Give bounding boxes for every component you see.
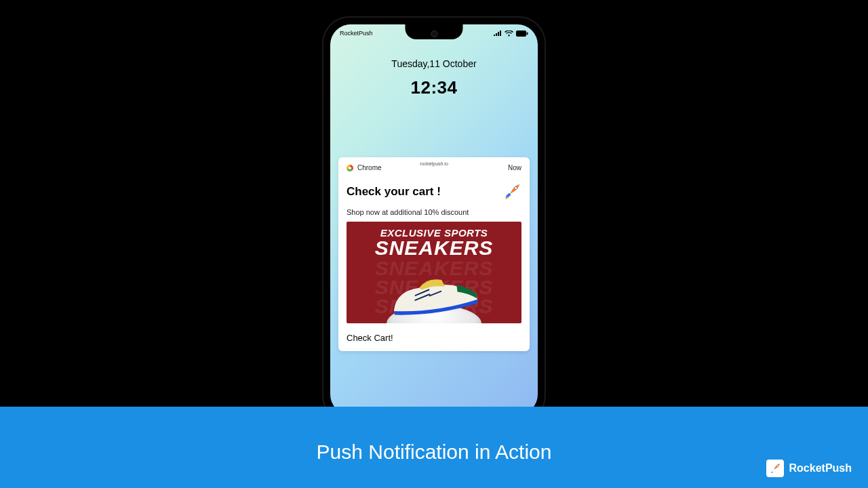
brand-block: RocketPush bbox=[766, 460, 852, 477]
chrome-icon bbox=[347, 165, 353, 171]
notification-cta[interactable]: Check Cart! bbox=[347, 333, 521, 343]
phone-screen: RocketPush Tuesday,11 October 12:34 Chro… bbox=[330, 24, 538, 415]
brand-name: RocketPush bbox=[789, 462, 852, 474]
svg-point-3 bbox=[776, 465, 778, 467]
signal-icon bbox=[494, 30, 502, 37]
phone-mockup: RocketPush Tuesday,11 October 12:34 Chro… bbox=[322, 16, 546, 423]
notification-time: Now bbox=[508, 164, 521, 171]
wifi-icon bbox=[505, 30, 513, 37]
phone-side-button bbox=[546, 172, 549, 213]
svg-rect-0 bbox=[516, 30, 526, 37]
notification-title: Check your cart ! bbox=[347, 185, 441, 199]
footer-title: Push Notification in Action bbox=[317, 441, 552, 464]
phone-notch bbox=[406, 24, 463, 39]
lockscreen-time: 12:34 bbox=[330, 77, 538, 98]
notification-banner: EXCLUSIVE SPORTS SNEAKERS SNEAKERS SNEAK… bbox=[347, 222, 521, 323]
svg-point-2 bbox=[515, 186, 517, 189]
footer-bar: Push Notification in Action RocketPush bbox=[0, 407, 868, 488]
phone-frame: RocketPush Tuesday,11 October 12:34 Chro… bbox=[322, 16, 546, 423]
battery-icon bbox=[516, 30, 528, 37]
banner-headline-2: SNEAKERS bbox=[375, 239, 494, 257]
brand-logo-icon bbox=[766, 460, 784, 477]
phone-side-button bbox=[546, 131, 549, 162]
notification-app-label: Chrome bbox=[357, 164, 382, 171]
push-notification-card[interactable]: Chrome rocketpush.io Now Check your cart… bbox=[338, 157, 530, 351]
svg-rect-1 bbox=[527, 32, 528, 35]
notification-domain: rocketpush.io bbox=[420, 161, 448, 166]
notification-body: Shop now at additional 10% discount bbox=[347, 208, 521, 216]
lockscreen-date: Tuesday,11 October bbox=[330, 58, 538, 69]
carrier-label: RocketPush bbox=[340, 30, 373, 37]
rocket-icon bbox=[502, 182, 521, 201]
